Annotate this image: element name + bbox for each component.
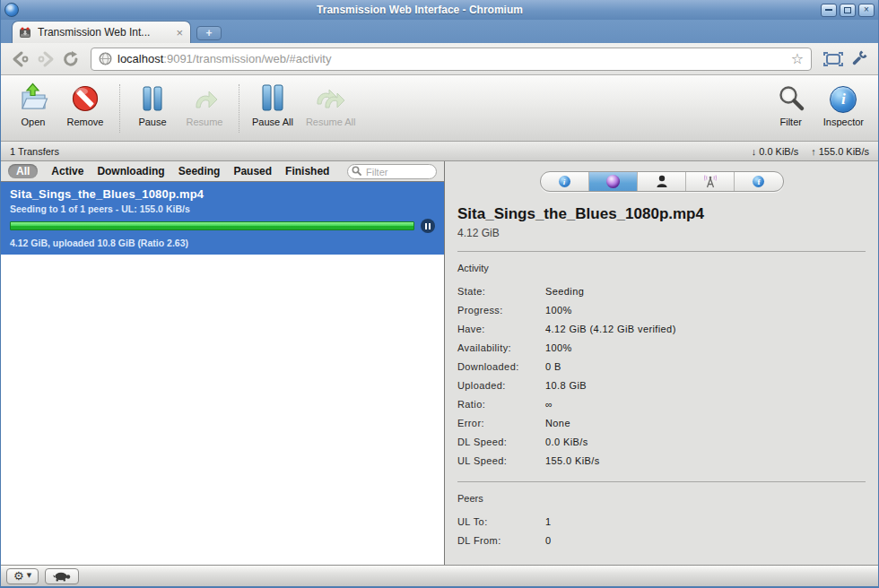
fit-window-icon: [822, 51, 844, 67]
info-icon: i: [559, 176, 570, 187]
inspector-tab-activity[interactable]: [589, 172, 638, 191]
resume-all-button[interactable]: Resume All: [306, 82, 356, 127]
peers-rows: UL To:1 DL From:0: [457, 512, 866, 549]
up-arrow-icon: ↑: [811, 146, 816, 157]
caret-down-icon: ▼: [27, 573, 31, 579]
window-titlebar: Transmission Web Interface - Chromium ×: [1, 0, 878, 20]
filter-tab-downloading[interactable]: Downloading: [97, 165, 164, 177]
open-button[interactable]: Open: [13, 82, 53, 127]
inspector-size: 4.12 GiB: [457, 227, 866, 239]
reload-icon: [61, 50, 81, 68]
tracker-antenna-icon: [702, 175, 718, 188]
back-icon: [11, 50, 30, 68]
divider: [457, 481, 866, 482]
inspector-button[interactable]: i Inspector: [823, 82, 864, 127]
detail-value: Seeding: [545, 286, 584, 297]
detail-value: 0.0 KiB/s: [545, 437, 588, 447]
pause-all-button[interactable]: Pause All: [252, 82, 293, 127]
torrent-name: Sita_Sings_the_Blues_1080p.mp4: [10, 187, 435, 201]
forward-button[interactable]: [33, 48, 58, 71]
filter-tab-seeding[interactable]: Seeding: [178, 165, 221, 177]
browser-tab[interactable]: Transmission Web Int... ×: [12, 21, 191, 43]
new-tab-button[interactable]: +: [196, 26, 222, 40]
detail-row: Error:None: [457, 413, 866, 432]
detail-row: UL Speed:155.0 KiB/s: [457, 451, 866, 470]
activity-rows: State:Seeding Progress:100% Have:4.12 Gi…: [457, 281, 866, 470]
toolbar-separator: [239, 84, 239, 133]
torrent-details-line: 4.12 GiB, uploaded 10.8 GiB (Ratio 2.63): [10, 238, 435, 248]
inspector-tab-tracker[interactable]: [686, 172, 735, 191]
new-tab-icon: +: [205, 28, 212, 39]
torrent-list-pane: All Active Downloading Seeding Paused Fi…: [1, 161, 445, 565]
minimize-icon: [825, 9, 832, 11]
filter-tab-paused[interactable]: Paused: [233, 165, 272, 177]
minimize-button[interactable]: [821, 4, 837, 17]
transmission-toolbar: Open Remove Pause: [1, 75, 878, 142]
close-button[interactable]: ×: [858, 4, 875, 17]
window-title: Transmission Web Interface - Chromium: [19, 4, 821, 16]
bookmark-star-icon[interactable]: ☆: [791, 52, 804, 66]
remove-button[interactable]: Remove: [65, 82, 105, 127]
activity-globe-icon: [606, 175, 620, 188]
alt-speed-turtle-button[interactable]: [45, 568, 79, 584]
inspector-tab-info[interactable]: i: [541, 172, 589, 191]
torrent-row[interactable]: Sita_Sings_the_Blues_1080p.mp4 Seeding t…: [1, 182, 444, 255]
inspector-pane: i: [445, 161, 878, 565]
tab-strip: Transmission Web Int... × +: [1, 20, 878, 43]
settings-gear-button[interactable]: ⚙ ▼: [6, 568, 39, 584]
filter-tab-active[interactable]: Active: [51, 165, 83, 177]
torrent-progress-bar: [10, 221, 414, 230]
pause-all-icon: [260, 82, 285, 113]
inspector-tab-files[interactable]: f: [735, 172, 782, 191]
detail-value: None: [545, 418, 570, 428]
chromium-logo-icon: [4, 3, 19, 17]
maximize-button[interactable]: [840, 4, 856, 17]
detail-value: 100%: [545, 305, 572, 316]
maximize-icon: [844, 7, 851, 13]
filter-tab-all[interactable]: All: [8, 164, 38, 178]
forward-icon: [36, 50, 56, 68]
detail-row: Downloaded:0 B: [457, 357, 866, 376]
down-arrow-icon: ↓: [752, 146, 757, 157]
torrent-status-line: Seeding to 1 of 1 peers - UL: 155.0 KiB/…: [10, 203, 435, 214]
detail-row: Ratio:∞: [457, 394, 866, 413]
detail-row: DL From:0: [457, 531, 866, 549]
settings-menu-button[interactable]: [846, 48, 871, 71]
detail-label: Ratio:: [457, 399, 545, 410]
wrench-icon: [849, 50, 867, 68]
gear-icon: ⚙: [13, 570, 24, 582]
upload-speed: ↑155.0 KiB/s: [811, 146, 869, 157]
resume-label: Resume: [187, 117, 223, 127]
resize-page-button[interactable]: [821, 48, 846, 71]
filter-tab-finished[interactable]: Finished: [285, 165, 329, 177]
main-area: All Active Downloading Seeding Paused Fi…: [1, 161, 878, 565]
torrent-pause-button[interactable]: [421, 219, 435, 233]
resume-button[interactable]: Resume: [185, 82, 224, 127]
filter-button[interactable]: Filter: [771, 82, 811, 127]
download-speed: ↓0.0 KiB/s: [752, 146, 799, 157]
torrent-pause-icon: [425, 223, 427, 229]
tab-title: Transmission Web Int...: [38, 26, 169, 39]
detail-row: Availability:100%: [457, 338, 866, 357]
activity-heading: Activity: [457, 263, 866, 273]
reload-button[interactable]: [58, 48, 83, 71]
remove-label: Remove: [67, 117, 104, 127]
detail-label: UL To:: [457, 516, 545, 527]
detail-row: Uploaded:10.8 GiB: [457, 376, 866, 394]
back-button[interactable]: [8, 48, 33, 71]
url-path: :9091/transmission/web/#activity: [163, 52, 331, 65]
detail-label: UL Speed:: [457, 455, 545, 466]
inspector-tabs: i: [540, 171, 784, 192]
tab-close-icon[interactable]: ×: [174, 27, 185, 39]
pause-button[interactable]: Pause: [133, 82, 172, 127]
detail-value: 10.8 GiB: [545, 380, 587, 391]
torrent-progress-fill: [11, 222, 413, 229]
open-label: Open: [22, 117, 46, 127]
inspector-tab-peers[interactable]: [638, 172, 686, 191]
divider: [457, 251, 866, 252]
pause-label: Pause: [138, 117, 166, 127]
url-host: localhost: [117, 52, 163, 65]
files-icon: f: [753, 176, 764, 187]
upload-speed-value: 155.0 KiB/s: [819, 146, 869, 157]
address-bar[interactable]: localhost:9091/transmission/web/#activit…: [91, 48, 812, 71]
